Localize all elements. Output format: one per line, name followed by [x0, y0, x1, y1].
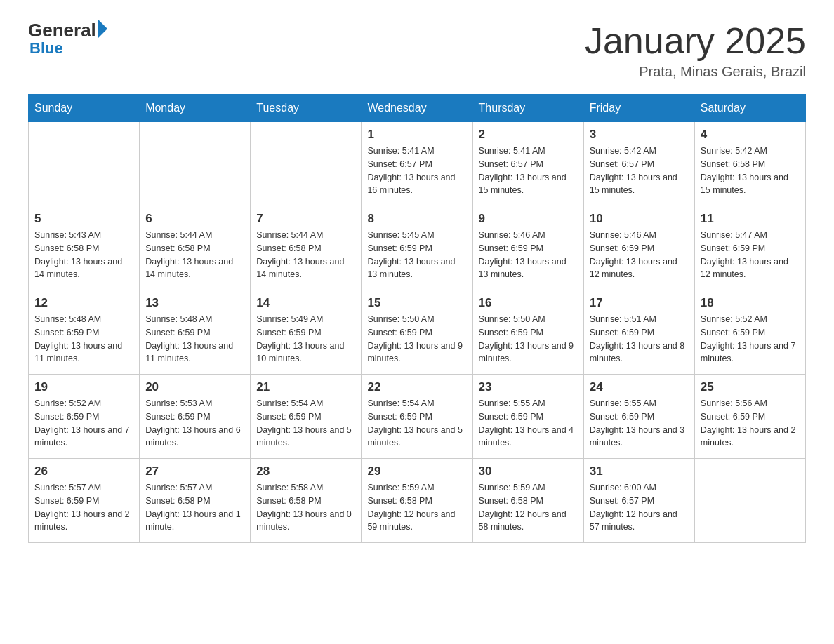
day-number: 29: [367, 464, 466, 478]
day-info: Sunrise: 5:56 AMSunset: 6:59 PMDaylight:…: [701, 397, 800, 450]
calendar-cell: 9Sunrise: 5:46 AMSunset: 6:59 PMDaylight…: [472, 206, 583, 290]
day-info: Sunrise: 5:49 AMSunset: 6:59 PMDaylight:…: [256, 313, 355, 365]
day-number: 4: [701, 128, 800, 142]
day-info: Sunrise: 5:57 AMSunset: 6:58 PMDaylight:…: [145, 481, 244, 534]
day-info: Sunrise: 5:54 AMSunset: 6:59 PMDaylight:…: [367, 397, 466, 450]
calendar-cell: 25Sunrise: 5:56 AMSunset: 6:59 PMDayligh…: [694, 375, 805, 459]
calendar-cell: 1Sunrise: 5:41 AMSunset: 6:57 PMDaylight…: [362, 122, 472, 206]
calendar-cell: 24Sunrise: 5:55 AMSunset: 6:59 PMDayligh…: [583, 375, 694, 459]
day-header-monday: Monday: [140, 95, 251, 122]
day-number: 17: [590, 296, 689, 310]
day-number: 13: [145, 296, 244, 310]
day-info: Sunrise: 5:53 AMSunset: 6:59 PMDaylight:…: [145, 397, 244, 450]
week-row-2: 12Sunrise: 5:48 AMSunset: 6:59 PMDayligh…: [29, 290, 806, 375]
day-number: 22: [367, 380, 466, 394]
page-header: General Blue January 2025 Prata, Minas G…: [28, 21, 806, 80]
day-number: 20: [145, 380, 244, 394]
day-info: Sunrise: 5:58 AMSunset: 6:58 PMDaylight:…: [256, 481, 355, 534]
calendar-cell: 7Sunrise: 5:44 AMSunset: 6:58 PMDaylight…: [251, 206, 362, 290]
week-row-0: 1Sunrise: 5:41 AMSunset: 6:57 PMDaylight…: [29, 122, 806, 206]
calendar-subtitle: Prata, Minas Gerais, Brazil: [585, 64, 806, 80]
day-header-tuesday: Tuesday: [251, 95, 362, 122]
calendar-cell: [251, 122, 362, 206]
logo-arrow-icon: [98, 19, 107, 39]
day-header-saturday: Saturday: [694, 95, 805, 122]
calendar-cell: 8Sunrise: 5:45 AMSunset: 6:59 PMDaylight…: [362, 206, 472, 290]
day-header-sunday: Sunday: [29, 95, 140, 122]
day-info: Sunrise: 5:54 AMSunset: 6:59 PMDaylight:…: [256, 397, 355, 450]
day-number: 2: [479, 128, 578, 142]
day-number: 28: [256, 464, 355, 478]
calendar-cell: 6Sunrise: 5:44 AMSunset: 6:58 PMDaylight…: [140, 206, 251, 290]
calendar-cell: 11Sunrise: 5:47 AMSunset: 6:59 PMDayligh…: [694, 206, 805, 290]
day-number: 21: [256, 380, 355, 394]
calendar-cell: 19Sunrise: 5:52 AMSunset: 6:59 PMDayligh…: [29, 375, 140, 459]
day-header-wednesday: Wednesday: [362, 95, 472, 122]
day-number: 9: [479, 212, 578, 226]
calendar-cell: [694, 459, 805, 543]
calendar-cell: 17Sunrise: 5:51 AMSunset: 6:59 PMDayligh…: [583, 290, 694, 375]
calendar-cell: 21Sunrise: 5:54 AMSunset: 6:59 PMDayligh…: [251, 375, 362, 459]
day-header-thursday: Thursday: [472, 95, 583, 122]
calendar-cell: 26Sunrise: 5:57 AMSunset: 6:59 PMDayligh…: [29, 459, 140, 543]
day-info: Sunrise: 5:55 AMSunset: 6:59 PMDaylight:…: [479, 397, 578, 450]
day-info: Sunrise: 5:42 AMSunset: 6:57 PMDaylight:…: [590, 145, 689, 197]
day-info: Sunrise: 5:48 AMSunset: 6:59 PMDaylight:…: [34, 313, 133, 365]
calendar-cell: 27Sunrise: 5:57 AMSunset: 6:58 PMDayligh…: [140, 459, 251, 543]
calendar-cell: 14Sunrise: 5:49 AMSunset: 6:59 PMDayligh…: [251, 290, 362, 375]
day-info: Sunrise: 5:47 AMSunset: 6:59 PMDaylight:…: [701, 229, 800, 281]
day-info: Sunrise: 5:50 AMSunset: 6:59 PMDaylight:…: [479, 313, 578, 365]
calendar-cell: 15Sunrise: 5:50 AMSunset: 6:59 PMDayligh…: [362, 290, 472, 375]
week-row-1: 5Sunrise: 5:43 AMSunset: 6:58 PMDaylight…: [29, 206, 806, 290]
calendar-cell: 18Sunrise: 5:52 AMSunset: 6:59 PMDayligh…: [694, 290, 805, 375]
day-info: Sunrise: 5:48 AMSunset: 6:59 PMDaylight:…: [145, 313, 244, 365]
calendar-title: January 2025: [585, 21, 806, 61]
day-number: 19: [34, 380, 133, 394]
week-row-4: 26Sunrise: 5:57 AMSunset: 6:59 PMDayligh…: [29, 459, 806, 543]
calendar-cell: 3Sunrise: 5:42 AMSunset: 6:57 PMDaylight…: [583, 122, 694, 206]
calendar-cell: 4Sunrise: 5:42 AMSunset: 6:58 PMDaylight…: [694, 122, 805, 206]
day-header-friday: Friday: [583, 95, 694, 122]
day-number: 12: [34, 296, 133, 310]
day-number: 14: [256, 296, 355, 310]
day-number: 16: [479, 296, 578, 310]
calendar-cell: 31Sunrise: 6:00 AMSunset: 6:57 PMDayligh…: [583, 459, 694, 543]
calendar-cell: 16Sunrise: 5:50 AMSunset: 6:59 PMDayligh…: [472, 290, 583, 375]
day-info: Sunrise: 6:00 AMSunset: 6:57 PMDaylight:…: [590, 481, 689, 534]
calendar-cell: 13Sunrise: 5:48 AMSunset: 6:59 PMDayligh…: [140, 290, 251, 375]
day-info: Sunrise: 5:57 AMSunset: 6:59 PMDaylight:…: [34, 481, 133, 534]
day-info: Sunrise: 5:59 AMSunset: 6:58 PMDaylight:…: [367, 481, 466, 534]
day-info: Sunrise: 5:46 AMSunset: 6:59 PMDaylight:…: [590, 229, 689, 281]
day-info: Sunrise: 5:42 AMSunset: 6:58 PMDaylight:…: [701, 145, 800, 197]
day-info: Sunrise: 5:51 AMSunset: 6:59 PMDaylight:…: [590, 313, 689, 365]
logo-text-general: General: [28, 21, 96, 39]
calendar-body: 1Sunrise: 5:41 AMSunset: 6:57 PMDaylight…: [29, 122, 806, 543]
day-info: Sunrise: 5:41 AMSunset: 6:57 PMDaylight:…: [367, 145, 466, 197]
day-info: Sunrise: 5:46 AMSunset: 6:59 PMDaylight:…: [479, 229, 578, 281]
calendar-cell: 29Sunrise: 5:59 AMSunset: 6:58 PMDayligh…: [362, 459, 472, 543]
day-info: Sunrise: 5:44 AMSunset: 6:58 PMDaylight:…: [145, 229, 244, 281]
calendar-table: SundayMondayTuesdayWednesdayThursdayFrid…: [28, 94, 806, 543]
day-number: 6: [145, 212, 244, 226]
day-number: 1: [367, 128, 466, 142]
calendar-cell: 23Sunrise: 5:55 AMSunset: 6:59 PMDayligh…: [472, 375, 583, 459]
day-info: Sunrise: 5:52 AMSunset: 6:59 PMDaylight:…: [34, 397, 133, 450]
logo: General Blue: [28, 21, 107, 58]
calendar-cell: 30Sunrise: 5:59 AMSunset: 6:58 PMDayligh…: [472, 459, 583, 543]
day-number: 7: [256, 212, 355, 226]
day-info: Sunrise: 5:52 AMSunset: 6:59 PMDaylight:…: [701, 313, 800, 365]
week-row-3: 19Sunrise: 5:52 AMSunset: 6:59 PMDayligh…: [29, 375, 806, 459]
day-number: 25: [701, 380, 800, 394]
day-info: Sunrise: 5:43 AMSunset: 6:58 PMDaylight:…: [34, 229, 133, 281]
calendar-cell: [29, 122, 140, 206]
calendar-header: SundayMondayTuesdayWednesdayThursdayFrid…: [29, 95, 806, 122]
header-row: SundayMondayTuesdayWednesdayThursdayFrid…: [29, 95, 806, 122]
day-number: 30: [479, 464, 578, 478]
calendar-cell: 22Sunrise: 5:54 AMSunset: 6:59 PMDayligh…: [362, 375, 472, 459]
logo-text-blue: Blue: [29, 39, 107, 58]
day-number: 31: [590, 464, 689, 478]
calendar-cell: 10Sunrise: 5:46 AMSunset: 6:59 PMDayligh…: [583, 206, 694, 290]
day-info: Sunrise: 5:59 AMSunset: 6:58 PMDaylight:…: [479, 481, 578, 534]
calendar-cell: 12Sunrise: 5:48 AMSunset: 6:59 PMDayligh…: [29, 290, 140, 375]
day-number: 3: [590, 128, 689, 142]
